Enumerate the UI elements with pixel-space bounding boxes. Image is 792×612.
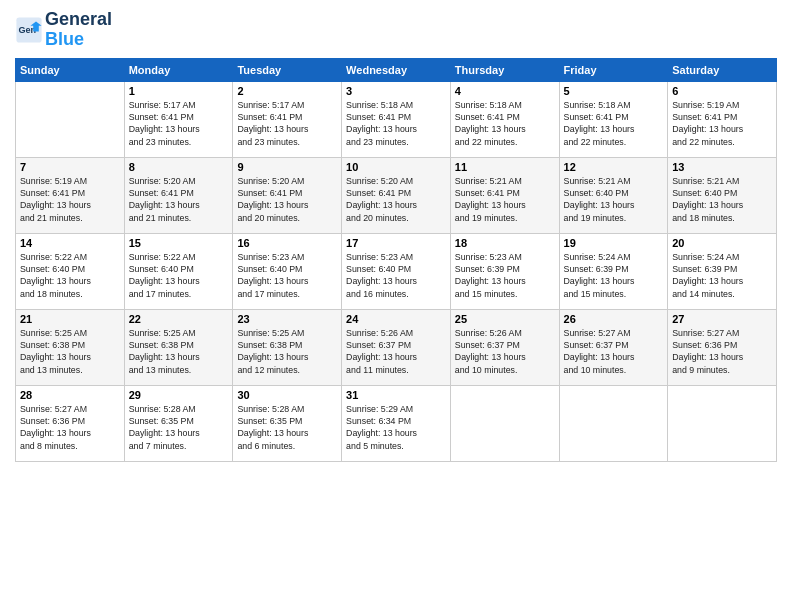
day-number: 16 <box>237 237 337 249</box>
day-info: Sunrise: 5:23 AM Sunset: 6:40 PM Dayligh… <box>346 251 446 300</box>
day-info: Sunrise: 5:24 AM Sunset: 6:39 PM Dayligh… <box>564 251 664 300</box>
calendar-cell: 20Sunrise: 5:24 AM Sunset: 6:39 PM Dayli… <box>668 233 777 309</box>
day-number: 13 <box>672 161 772 173</box>
calendar-cell: 22Sunrise: 5:25 AM Sunset: 6:38 PM Dayli… <box>124 309 233 385</box>
day-info: Sunrise: 5:18 AM Sunset: 6:41 PM Dayligh… <box>564 99 664 148</box>
day-info: Sunrise: 5:21 AM Sunset: 6:40 PM Dayligh… <box>564 175 664 224</box>
calendar-cell: 13Sunrise: 5:21 AM Sunset: 6:40 PM Dayli… <box>668 157 777 233</box>
day-number: 26 <box>564 313 664 325</box>
calendar-cell: 12Sunrise: 5:21 AM Sunset: 6:40 PM Dayli… <box>559 157 668 233</box>
calendar-cell: 8Sunrise: 5:20 AM Sunset: 6:41 PM Daylig… <box>124 157 233 233</box>
day-info: Sunrise: 5:28 AM Sunset: 6:35 PM Dayligh… <box>129 403 229 452</box>
day-number: 11 <box>455 161 555 173</box>
calendar-cell: 27Sunrise: 5:27 AM Sunset: 6:36 PM Dayli… <box>668 309 777 385</box>
day-number: 15 <box>129 237 229 249</box>
calendar-cell: 30Sunrise: 5:28 AM Sunset: 6:35 PM Dayli… <box>233 385 342 461</box>
day-number: 23 <box>237 313 337 325</box>
day-info: Sunrise: 5:25 AM Sunset: 6:38 PM Dayligh… <box>20 327 120 376</box>
day-number: 6 <box>672 85 772 97</box>
calendar-cell: 4Sunrise: 5:18 AM Sunset: 6:41 PM Daylig… <box>450 81 559 157</box>
day-number: 4 <box>455 85 555 97</box>
day-info: Sunrise: 5:18 AM Sunset: 6:41 PM Dayligh… <box>455 99 555 148</box>
day-number: 10 <box>346 161 446 173</box>
day-number: 3 <box>346 85 446 97</box>
day-info: Sunrise: 5:21 AM Sunset: 6:41 PM Dayligh… <box>455 175 555 224</box>
day-info: Sunrise: 5:25 AM Sunset: 6:38 PM Dayligh… <box>237 327 337 376</box>
calendar-cell: 29Sunrise: 5:28 AM Sunset: 6:35 PM Dayli… <box>124 385 233 461</box>
col-header-saturday: Saturday <box>668 58 777 81</box>
logo-text: GeneralBlue <box>45 10 112 50</box>
calendar-cell <box>559 385 668 461</box>
calendar-cell: 7Sunrise: 5:19 AM Sunset: 6:41 PM Daylig… <box>16 157 125 233</box>
calendar-cell: 10Sunrise: 5:20 AM Sunset: 6:41 PM Dayli… <box>342 157 451 233</box>
day-info: Sunrise: 5:17 AM Sunset: 6:41 PM Dayligh… <box>129 99 229 148</box>
calendar-cell: 21Sunrise: 5:25 AM Sunset: 6:38 PM Dayli… <box>16 309 125 385</box>
day-info: Sunrise: 5:22 AM Sunset: 6:40 PM Dayligh… <box>129 251 229 300</box>
calendar-cell: 25Sunrise: 5:26 AM Sunset: 6:37 PM Dayli… <box>450 309 559 385</box>
day-info: Sunrise: 5:23 AM Sunset: 6:39 PM Dayligh… <box>455 251 555 300</box>
day-info: Sunrise: 5:25 AM Sunset: 6:38 PM Dayligh… <box>129 327 229 376</box>
col-header-tuesday: Tuesday <box>233 58 342 81</box>
day-number: 14 <box>20 237 120 249</box>
calendar-cell <box>450 385 559 461</box>
day-info: Sunrise: 5:26 AM Sunset: 6:37 PM Dayligh… <box>455 327 555 376</box>
day-info: Sunrise: 5:17 AM Sunset: 6:41 PM Dayligh… <box>237 99 337 148</box>
calendar-cell: 26Sunrise: 5:27 AM Sunset: 6:37 PM Dayli… <box>559 309 668 385</box>
day-number: 2 <box>237 85 337 97</box>
day-number: 12 <box>564 161 664 173</box>
day-number: 18 <box>455 237 555 249</box>
calendar-cell: 11Sunrise: 5:21 AM Sunset: 6:41 PM Dayli… <box>450 157 559 233</box>
day-info: Sunrise: 5:20 AM Sunset: 6:41 PM Dayligh… <box>346 175 446 224</box>
day-number: 24 <box>346 313 446 325</box>
day-info: Sunrise: 5:19 AM Sunset: 6:41 PM Dayligh… <box>672 99 772 148</box>
calendar-table: SundayMondayTuesdayWednesdayThursdayFrid… <box>15 58 777 462</box>
week-row-1: 1Sunrise: 5:17 AM Sunset: 6:41 PM Daylig… <box>16 81 777 157</box>
calendar-cell: 23Sunrise: 5:25 AM Sunset: 6:38 PM Dayli… <box>233 309 342 385</box>
calendar-cell: 5Sunrise: 5:18 AM Sunset: 6:41 PM Daylig… <box>559 81 668 157</box>
day-number: 5 <box>564 85 664 97</box>
calendar-cell: 14Sunrise: 5:22 AM Sunset: 6:40 PM Dayli… <box>16 233 125 309</box>
col-header-sunday: Sunday <box>16 58 125 81</box>
page-header: Gen GeneralBlue <box>15 10 777 50</box>
header-row: SundayMondayTuesdayWednesdayThursdayFrid… <box>16 58 777 81</box>
week-row-3: 14Sunrise: 5:22 AM Sunset: 6:40 PM Dayli… <box>16 233 777 309</box>
day-number: 28 <box>20 389 120 401</box>
day-number: 9 <box>237 161 337 173</box>
calendar-cell: 9Sunrise: 5:20 AM Sunset: 6:41 PM Daylig… <box>233 157 342 233</box>
calendar-cell: 24Sunrise: 5:26 AM Sunset: 6:37 PM Dayli… <box>342 309 451 385</box>
day-info: Sunrise: 5:28 AM Sunset: 6:35 PM Dayligh… <box>237 403 337 452</box>
col-header-friday: Friday <box>559 58 668 81</box>
day-number: 21 <box>20 313 120 325</box>
calendar-cell <box>668 385 777 461</box>
day-info: Sunrise: 5:20 AM Sunset: 6:41 PM Dayligh… <box>129 175 229 224</box>
day-info: Sunrise: 5:20 AM Sunset: 6:41 PM Dayligh… <box>237 175 337 224</box>
day-info: Sunrise: 5:24 AM Sunset: 6:39 PM Dayligh… <box>672 251 772 300</box>
day-number: 30 <box>237 389 337 401</box>
day-info: Sunrise: 5:27 AM Sunset: 6:36 PM Dayligh… <box>672 327 772 376</box>
calendar-cell: 17Sunrise: 5:23 AM Sunset: 6:40 PM Dayli… <box>342 233 451 309</box>
day-number: 31 <box>346 389 446 401</box>
day-info: Sunrise: 5:21 AM Sunset: 6:40 PM Dayligh… <box>672 175 772 224</box>
calendar-cell: 2Sunrise: 5:17 AM Sunset: 6:41 PM Daylig… <box>233 81 342 157</box>
day-number: 29 <box>129 389 229 401</box>
day-info: Sunrise: 5:29 AM Sunset: 6:34 PM Dayligh… <box>346 403 446 452</box>
day-info: Sunrise: 5:23 AM Sunset: 6:40 PM Dayligh… <box>237 251 337 300</box>
day-number: 17 <box>346 237 446 249</box>
week-row-2: 7Sunrise: 5:19 AM Sunset: 6:41 PM Daylig… <box>16 157 777 233</box>
day-info: Sunrise: 5:22 AM Sunset: 6:40 PM Dayligh… <box>20 251 120 300</box>
calendar-cell: 1Sunrise: 5:17 AM Sunset: 6:41 PM Daylig… <box>124 81 233 157</box>
week-row-5: 28Sunrise: 5:27 AM Sunset: 6:36 PM Dayli… <box>16 385 777 461</box>
page-container: Gen GeneralBlue SundayMondayTuesdayWedne… <box>0 0 792 472</box>
calendar-cell: 6Sunrise: 5:19 AM Sunset: 6:41 PM Daylig… <box>668 81 777 157</box>
day-number: 8 <box>129 161 229 173</box>
calendar-cell: 3Sunrise: 5:18 AM Sunset: 6:41 PM Daylig… <box>342 81 451 157</box>
logo-icon: Gen <box>15 16 43 44</box>
col-header-wednesday: Wednesday <box>342 58 451 81</box>
calendar-cell: 18Sunrise: 5:23 AM Sunset: 6:39 PM Dayli… <box>450 233 559 309</box>
week-row-4: 21Sunrise: 5:25 AM Sunset: 6:38 PM Dayli… <box>16 309 777 385</box>
calendar-cell: 31Sunrise: 5:29 AM Sunset: 6:34 PM Dayli… <box>342 385 451 461</box>
day-number: 7 <box>20 161 120 173</box>
day-info: Sunrise: 5:27 AM Sunset: 6:37 PM Dayligh… <box>564 327 664 376</box>
calendar-cell <box>16 81 125 157</box>
calendar-cell: 28Sunrise: 5:27 AM Sunset: 6:36 PM Dayli… <box>16 385 125 461</box>
